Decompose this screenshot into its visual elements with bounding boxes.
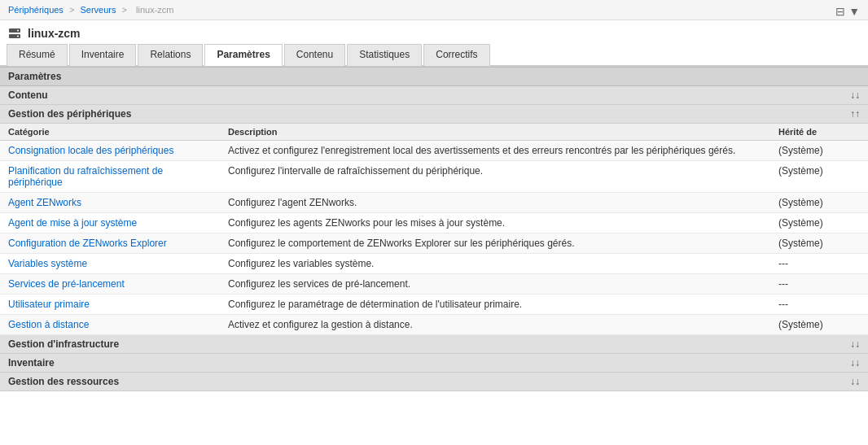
breadcrumb: Périphériques > Serveurs > linux-zcm xyxy=(0,0,868,20)
section-parametres-label: Paramètres xyxy=(8,71,61,82)
breadcrumb-sep-1: > xyxy=(69,5,74,15)
section-inventaire[interactable]: Inventaire ↓↓ xyxy=(0,354,868,373)
page-header: linux-zcm xyxy=(0,20,868,43)
desc-agent-zenworks: Configurez l'agent ZENworks. xyxy=(220,193,770,213)
tab-correctifs[interactable]: Correctifs xyxy=(423,44,489,66)
desc-planification: Configurez l'intervalle de rafraîchissem… xyxy=(220,161,770,193)
tab-inventaire[interactable]: Inventaire xyxy=(69,44,137,66)
inherited-gestion-distance: (Système) xyxy=(770,315,868,335)
section-gestion-ressources[interactable]: Gestion des ressources ↓↓ xyxy=(0,373,868,391)
tab-contenu[interactable]: Contenu xyxy=(284,44,345,66)
link-utilisateur-primaire[interactable]: Utilisateur primaire xyxy=(8,299,90,310)
col-header-inherited: Hérité de xyxy=(770,124,868,141)
link-variables-systeme[interactable]: Variables système xyxy=(8,258,87,269)
tab-parametres[interactable]: Paramètres xyxy=(204,44,282,66)
table-row: Configuration de ZENworks Explorer Confi… xyxy=(0,233,868,254)
table-row: Variables système Configurez les variabl… xyxy=(0,254,868,274)
section-gestion-ressources-chevron[interactable]: ↓↓ xyxy=(850,376,860,387)
table-row: Utilisateur primaire Configurez le param… xyxy=(0,294,868,315)
section-parametres: Paramètres xyxy=(0,67,868,86)
link-gestion-distance[interactable]: Gestion à distance xyxy=(8,319,89,330)
link-planification[interactable]: Planification du rafraîchissement de pér… xyxy=(8,165,163,188)
page-title: linux-zcm xyxy=(28,27,81,40)
inherited-services-prelancement: --- xyxy=(770,274,868,294)
inherited-agent-maj: (Système) xyxy=(770,213,868,233)
help-icon[interactable]: ⊟ xyxy=(835,5,845,18)
table-header: Catégorie Description Hérité de xyxy=(0,124,868,141)
section-gestion-infrastructure-chevron[interactable]: ↓↓ xyxy=(850,338,860,350)
svg-point-3 xyxy=(17,36,19,37)
link-agent-maj[interactable]: Agent de mise à jour système xyxy=(8,217,137,229)
desc-variables-systeme: Configurez les variables système. xyxy=(220,254,770,274)
section-gestion-peripheriques[interactable]: Gestion des périphériques ↑↑ xyxy=(0,105,868,124)
section-inventaire-label: Inventaire xyxy=(8,357,55,369)
tab-statistiques[interactable]: Statistiques xyxy=(347,44,422,66)
svg-point-2 xyxy=(17,30,19,32)
tab-bar: Résumé Inventaire Relations Paramètres C… xyxy=(0,43,868,67)
dropdown-icon[interactable]: ▼ xyxy=(848,5,860,18)
tab-relations[interactable]: Relations xyxy=(138,44,203,66)
parametres-table: Catégorie Description Hérité de Consigna… xyxy=(0,124,868,335)
table-row: Consignation locale des périphériques Ac… xyxy=(0,141,868,161)
section-contenu[interactable]: Contenu ↓↓ xyxy=(0,86,868,105)
inherited-zenworks-explorer: (Système) xyxy=(770,233,868,254)
link-consignation[interactable]: Consignation locale des périphériques xyxy=(8,145,173,156)
breadcrumb-current: linux-zcm xyxy=(136,5,173,15)
tab-resume[interactable]: Résumé xyxy=(7,44,68,66)
desc-services-prelancement: Configurez les services de pré-lancement… xyxy=(220,274,770,294)
inherited-variables-systeme: --- xyxy=(770,254,868,274)
inherited-consignation: (Système) xyxy=(770,141,868,161)
desc-gestion-distance: Activez et configurez la gestion à dista… xyxy=(220,315,770,335)
table-row: Agent de mise à jour système Configurez … xyxy=(0,213,868,233)
desc-utilisateur-primaire: Configurez le paramétrage de déterminati… xyxy=(220,294,770,315)
inherited-utilisateur-primaire: --- xyxy=(770,294,868,315)
inherited-agent-zenworks: (Système) xyxy=(770,193,868,213)
col-header-description: Description xyxy=(220,124,770,141)
table-row: Gestion à distance Activez et configurez… xyxy=(0,315,868,335)
section-gestion-peripheriques-chevron[interactable]: ↑↑ xyxy=(850,108,860,120)
main-content: Paramètres Contenu ↓↓ Gestion des périph… xyxy=(0,67,868,391)
section-gestion-ressources-label: Gestion des ressources xyxy=(8,376,119,387)
section-gestion-peripheriques-label: Gestion des périphériques xyxy=(8,108,131,120)
server-icon xyxy=(8,27,21,40)
section-gestion-infrastructure[interactable]: Gestion d'infrastructure ↓↓ xyxy=(0,335,868,354)
inherited-planification: (Système) xyxy=(770,161,868,193)
breadcrumb-serveurs[interactable]: Serveurs xyxy=(80,5,116,15)
link-agent-zenworks[interactable]: Agent ZENworks xyxy=(8,197,81,208)
desc-zenworks-explorer: Configurez le comportement de ZENworks E… xyxy=(220,233,770,254)
desc-agent-maj: Configurez les agents ZENworks pour les … xyxy=(220,213,770,233)
breadcrumb-sep-2: > xyxy=(122,5,127,15)
link-services-prelancement[interactable]: Services de pré-lancement xyxy=(8,278,125,290)
table-row: Planification du rafraîchissement de pér… xyxy=(0,161,868,193)
col-header-category: Catégorie xyxy=(0,124,220,141)
breadcrumb-peripheriques[interactable]: Périphériques xyxy=(8,5,64,15)
section-contenu-chevron[interactable]: ↓↓ xyxy=(850,89,860,101)
section-gestion-infrastructure-label: Gestion d'infrastructure xyxy=(8,338,119,350)
table-row: Services de pré-lancement Configurez les… xyxy=(0,274,868,294)
top-right-icons: ⊟ ▼ xyxy=(835,5,860,18)
link-zenworks-explorer[interactable]: Configuration de ZENworks Explorer xyxy=(8,238,167,249)
desc-consignation: Activez et configurez l'enregistrement l… xyxy=(220,141,770,161)
section-contenu-label: Contenu xyxy=(8,89,48,101)
table-row: Agent ZENworks Configurez l'agent ZENwor… xyxy=(0,193,868,213)
section-inventaire-chevron[interactable]: ↓↓ xyxy=(850,357,860,369)
